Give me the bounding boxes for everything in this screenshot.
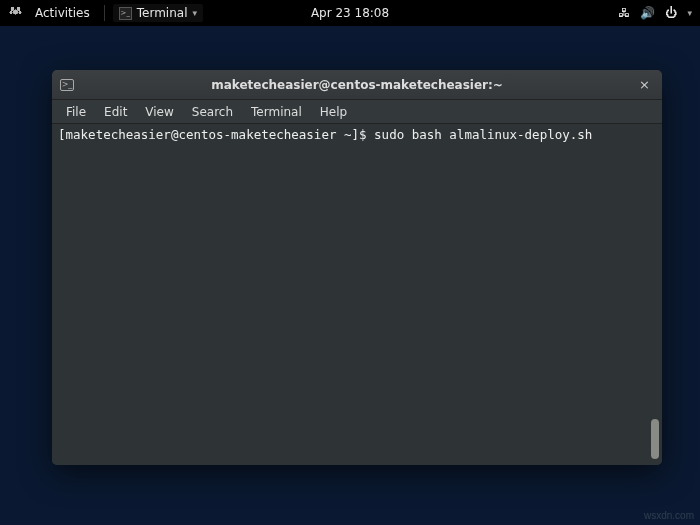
close-button[interactable]: × <box>635 77 654 92</box>
terminal-line: [maketecheasier@centos-maketecheasier ~]… <box>58 127 656 142</box>
menu-search[interactable]: Search <box>184 103 241 121</box>
chevron-down-icon: ▾ <box>192 8 197 18</box>
volume-icon[interactable]: 🔊 <box>640 6 655 20</box>
current-app-label: Terminal <box>137 6 188 20</box>
terminal-viewport[interactable]: [maketecheasier@centos-maketecheasier ~]… <box>52 124 662 465</box>
activities-button[interactable]: Activities <box>29 4 96 22</box>
network-icon[interactable]: 🖧 <box>618 6 630 20</box>
topbar-left-group: Activities >_ Terminal ▾ <box>8 4 203 22</box>
terminal-scrollbar[interactable] <box>650 124 660 465</box>
datetime-label: Apr 23 18:08 <box>311 6 389 20</box>
terminal-icon: >_ <box>60 79 74 91</box>
shell-prompt: [maketecheasier@centos-maketecheasier ~]… <box>58 127 374 142</box>
terminal-prompt-glyph: >_ <box>121 9 130 17</box>
menu-view[interactable]: View <box>137 103 181 121</box>
menu-edit[interactable]: Edit <box>96 103 135 121</box>
window-title: maketecheasier@centos-maketecheasier:~ <box>211 78 503 92</box>
shell-command: sudo bash almalinux-deploy.sh <box>374 127 592 142</box>
scrollbar-thumb[interactable] <box>651 419 659 459</box>
window-menubar: File Edit View Search Terminal Help <box>52 100 662 124</box>
terminal-prompt-glyph: >_ <box>62 80 73 89</box>
gnome-logo-icon <box>8 6 23 21</box>
power-icon[interactable]: ⏻ <box>665 6 677 20</box>
terminal-app-icon: >_ <box>119 7 132 20</box>
menu-terminal[interactable]: Terminal <box>243 103 310 121</box>
menu-help[interactable]: Help <box>312 103 355 121</box>
terminal-window: >_ maketecheasier@centos-maketecheasier:… <box>52 70 662 465</box>
chevron-down-icon: ▾ <box>687 8 692 18</box>
gnome-top-bar: Activities >_ Terminal ▾ Apr 23 18:08 🖧 … <box>0 0 700 26</box>
menu-file[interactable]: File <box>58 103 94 121</box>
window-titlebar[interactable]: >_ maketecheasier@centos-maketecheasier:… <box>52 70 662 100</box>
watermark: wsxdn.com <box>644 510 694 521</box>
divider <box>104 5 105 21</box>
status-area[interactable]: 🖧 🔊 ⏻ ▾ <box>618 6 692 20</box>
clock[interactable]: Apr 23 18:08 <box>311 6 389 20</box>
current-app-indicator[interactable]: >_ Terminal ▾ <box>113 4 203 22</box>
